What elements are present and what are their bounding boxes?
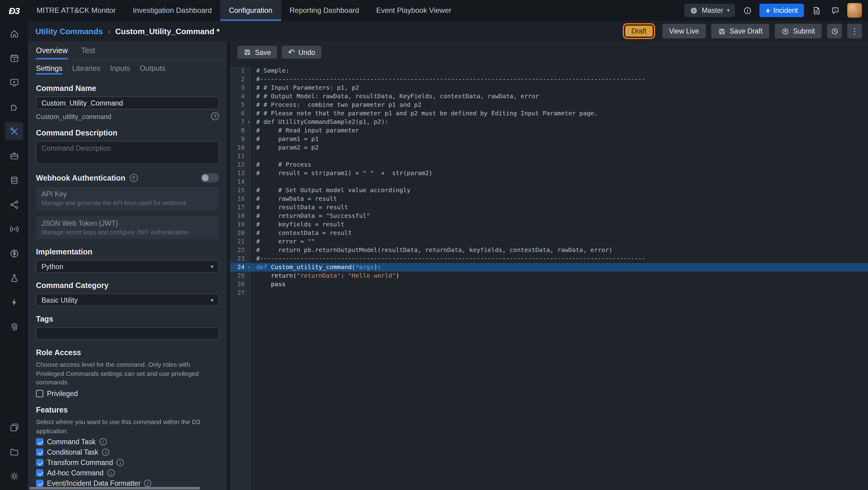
subtab-settings[interactable]: Settings — [36, 60, 63, 77]
code-line-18[interactable]: 18# returnData = "Successful" — [230, 212, 868, 220]
info-icon[interactable]: i — [102, 449, 109, 456]
implementation-label: Implementation — [36, 248, 219, 256]
fold-arrow-icon[interactable]: ▾ — [248, 118, 250, 126]
command-category-select[interactable]: Basic Utility ▾ — [36, 294, 219, 306]
fold-arrow-icon[interactable]: ▾ — [248, 263, 250, 272]
info-icon[interactable]: i — [117, 459, 124, 466]
webhook-toggle[interactable] — [201, 173, 219, 182]
utility-commands-tools-icon[interactable] — [5, 122, 23, 140]
live-signal-icon[interactable] — [5, 220, 23, 238]
chat-button[interactable] — [828, 4, 842, 17]
code-line-2[interactable]: 2#--------------------------------------… — [230, 75, 868, 84]
code-line-16[interactable]: 16# rawData = result — [230, 195, 868, 203]
help-icon[interactable]: ? — [211, 112, 219, 120]
view-live-button[interactable]: View Live — [662, 24, 706, 38]
tags-input[interactable] — [36, 327, 219, 340]
feature-transform-command[interactable]: Transform Commandi — [36, 459, 219, 466]
folders-icon[interactable] — [5, 442, 23, 461]
new-incident-button[interactable]: + Incident — [760, 4, 804, 17]
nav-item-event-playbook-viewer[interactable]: Event Playbook Viewer — [368, 0, 460, 21]
info-icon[interactable]: i — [144, 480, 152, 487]
checkbox[interactable] — [36, 459, 43, 466]
code-line-20[interactable]: 20# contextData = result — [230, 229, 868, 237]
implementation-select[interactable]: Python ▾ — [36, 260, 219, 273]
code-line-25[interactable]: 25 return("returnData": "Hello world") — [230, 272, 868, 280]
feature-command-task[interactable]: Command Taski — [36, 438, 219, 446]
code-line-24[interactable]: 24▾def Custom_utility_command(*args): — [230, 263, 868, 272]
code-line-10[interactable]: 10# param2 = p2 — [230, 144, 868, 152]
subtab-inputs[interactable]: Inputs — [110, 60, 130, 77]
breadcrumb-parent-link[interactable]: Utility Commands — [35, 27, 103, 36]
playbook-monitor-icon[interactable] — [5, 73, 23, 92]
subtab-outputs[interactable]: Outputs — [140, 60, 165, 77]
code-line-9[interactable]: 9# param1 = p1 — [230, 135, 868, 144]
help-icon[interactable]: ? — [130, 174, 137, 182]
code-line-11[interactable]: 11 — [230, 152, 868, 160]
code-line-4[interactable]: 4# # Output Model: rawData, resultData, … — [230, 92, 868, 101]
code-line-19[interactable]: 19# keyfields = result — [230, 220, 868, 229]
code-line-8[interactable]: 8# # Read input parameter — [230, 126, 868, 135]
code-area[interactable]: 1# Sample:2#----------------------------… — [230, 66, 868, 490]
info-icon[interactable]: i — [99, 438, 106, 446]
checkbox[interactable] — [36, 469, 43, 477]
code-line-17[interactable]: 17# resultData = result — [230, 203, 868, 212]
feature-ad-hoc-command[interactable]: Ad-hoc Commandi — [36, 469, 219, 477]
finance-globe-icon[interactable] — [5, 244, 23, 263]
checkbox[interactable] — [36, 449, 43, 456]
code-line-6[interactable]: 6# # Please note that the parameter p1 a… — [230, 109, 868, 118]
feature-conditional-task[interactable]: Conditional Taski — [36, 449, 219, 456]
code-line-26[interactable]: 26 pass — [230, 280, 868, 288]
save-draft-button[interactable]: Save Draft — [711, 24, 770, 38]
tab-test[interactable]: Test — [81, 41, 95, 59]
integrations-puzzle-icon[interactable] — [5, 98, 23, 116]
checkbox[interactable] — [36, 480, 43, 487]
home-icon[interactable] — [5, 24, 23, 43]
save-button[interactable]: Save — [237, 46, 277, 59]
settings-gear-icon[interactable] — [5, 467, 23, 485]
data-stack-icon[interactable] — [5, 171, 23, 189]
nav-item-investigation-dashboard[interactable]: Investigation Dashboard — [124, 0, 220, 21]
code-line-7[interactable]: 7▾# def UtilityCommandSample2(p1, p2): — [230, 118, 868, 126]
fingerprint-icon[interactable] — [5, 317, 23, 336]
toolbox-icon[interactable] — [5, 147, 23, 165]
report-button[interactable] — [809, 4, 823, 17]
info-icon[interactable]: i — [107, 469, 114, 477]
code-line-13[interactable]: 13# result = str(param1) + " " + str(par… — [230, 169, 868, 178]
connections-share-icon[interactable] — [5, 195, 23, 214]
subtab-libraries[interactable]: Libraries — [72, 60, 100, 77]
tab-overview[interactable]: Overview — [36, 41, 68, 59]
lab-flask-icon[interactable] — [5, 269, 23, 287]
code-line-21[interactable]: 21# error = "" — [230, 237, 868, 246]
code-text: # # Output Model: rawData, resultData, K… — [251, 92, 539, 101]
code-line-15[interactable]: 15# # Set Output model value accordingly — [230, 186, 868, 195]
privileged-checkbox[interactable] — [36, 390, 43, 397]
privileged-checkbox-row[interactable]: Privileged — [36, 390, 219, 397]
d3-logo[interactable]: Ð3 — [0, 0, 28, 21]
info-button[interactable] — [741, 4, 754, 17]
automation-bolt-icon[interactable] — [5, 293, 23, 311]
branch-selector[interactable]: Master ▾ — [685, 4, 735, 17]
calendar-icon[interactable] — [5, 49, 23, 67]
code-line-1[interactable]: 1# Sample: — [230, 66, 868, 75]
command-description-input[interactable] — [36, 141, 219, 164]
window-copy-icon[interactable] — [5, 418, 23, 436]
version-history-button[interactable] — [827, 24, 842, 38]
code-line-27[interactable]: 27 — [230, 288, 868, 297]
code-line-22[interactable]: 22# return pb.returnOutputModel(resultDa… — [230, 246, 868, 254]
code-line-5[interactable]: 5# # Process: combine two parameter p1 a… — [230, 101, 868, 109]
undo-button[interactable]: ↶ Undo — [282, 46, 321, 59]
user-avatar[interactable] — [847, 3, 862, 18]
nav-item-reporting-dashboard[interactable]: Reporting Dashboard — [281, 0, 368, 21]
code-line-14[interactable]: 14 — [230, 178, 868, 186]
checkbox[interactable] — [36, 438, 43, 446]
nav-item-configuration[interactable]: Configuration — [220, 0, 281, 21]
command-name-input[interactable] — [36, 96, 219, 109]
submit-button[interactable]: Submit — [775, 24, 822, 38]
more-options-button[interactable]: ⋮ — [847, 24, 862, 38]
feature-event-incident-data-formatter[interactable]: Event/Incident Data Formatteri — [36, 480, 219, 487]
code-line-12[interactable]: 12# # Process — [230, 160, 868, 169]
code-line-3[interactable]: 3# # Input Parameters: p1, p2 — [230, 84, 868, 92]
panel-horizontal-scrollbar[interactable] — [29, 487, 200, 489]
nav-item-mitre-att-ck-monitor[interactable]: MITRE ATT&CK Monitor — [28, 0, 124, 21]
code-line-23[interactable]: 23#-------------------------------------… — [230, 254, 868, 263]
